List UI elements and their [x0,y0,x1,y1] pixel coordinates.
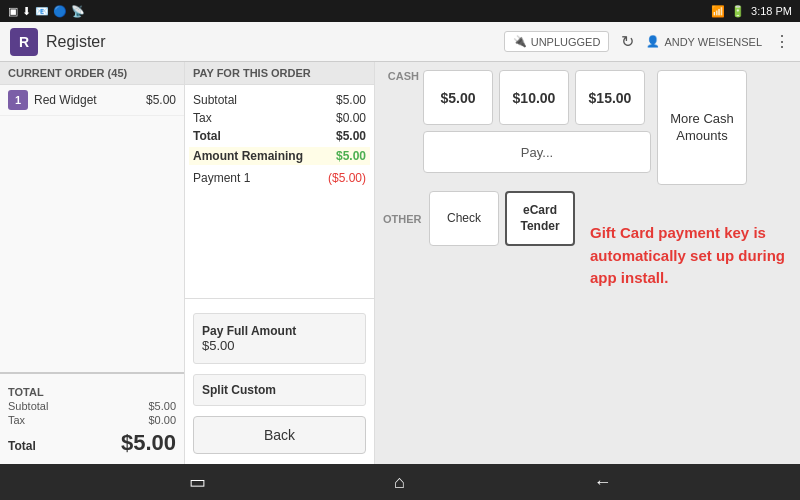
plug-icon: 🔌 [513,35,527,48]
total-amount: $5.00 [121,430,176,456]
wifi-icon: 📶 [711,5,725,18]
pay-subtotal-val: $5.00 [336,93,366,107]
pay-exact-button[interactable]: Pay... [423,131,651,173]
current-order-header: CURRENT ORDER (45) [0,62,184,85]
status-bar: ▣ ⬇ 📧 🔵 📡 📶 🔋 3:18 PM [0,0,800,22]
annotation-text: Gift Card payment key is automatically s… [590,222,790,290]
icon1: ▣ [8,5,18,18]
main-content: CURRENT ORDER (45) 1 Red Widget $5.00 TO… [0,62,800,464]
order-item: 1 Red Widget $5.00 [0,85,184,116]
pay-total-val: $5.00 [336,129,366,143]
status-icons-left: ▣ ⬇ 📧 🔵 📡 [8,5,85,18]
subtotal-label: Subtotal [8,400,48,412]
item-number: 1 [8,90,28,110]
icon4: 🔵 [53,5,67,18]
more-cash-button[interactable]: More Cash Amounts [657,70,747,185]
pay-remaining-row: Amount Remaining $5.00 [189,147,370,165]
pay-subtotal-label: Subtotal [193,93,237,107]
cash-label: CASH [383,70,423,82]
item-price: $5.00 [146,93,176,107]
icon3: 📧 [35,5,49,18]
pay-full-button[interactable]: Pay Full Amount $5.00 [193,313,366,364]
ecard-tender-button[interactable]: eCard Tender [505,191,575,246]
app-title: Register [46,33,504,51]
pay-for-header: PAY FOR THIS ORDER [185,62,374,85]
cash-10-button[interactable]: $10.00 [499,70,569,125]
other-label: OTHER [383,213,423,225]
cash-section: CASH $5.00 $10.00 $15.00 Pay... More Cas… [383,70,792,185]
payment-value: ($5.00) [328,171,366,185]
payment-label: Payment 1 [193,171,250,185]
app-logo: R [10,28,38,56]
totals-header: TOTAL [8,382,176,400]
tax-row: Tax $0.00 [8,414,176,426]
back-button-container: Back [193,416,366,454]
pay-exact-row: Pay... [423,131,651,173]
payment-entry: Payment 1 ($5.00) [193,169,366,187]
tax-value: $0.00 [148,414,176,426]
nav-home-icon[interactable]: ⌂ [394,472,405,493]
unplugged-button[interactable]: 🔌 UNPLUGGED [504,31,610,52]
nav-back-icon[interactable]: ← [593,472,611,493]
time-display: 3:18 PM [751,5,792,17]
mid-panel: PAY FOR THIS ORDER Subtotal $5.00 Tax $0… [185,62,375,464]
pay-tax-val: $0.00 [336,111,366,125]
subtotal-value: $5.00 [148,400,176,412]
tax-label: Tax [8,414,25,426]
total-big-row: Total $5.00 [8,430,176,456]
user-button[interactable]: 👤 ANDY WEISENSEL [646,35,762,48]
icon5: 📡 [71,5,85,18]
more-options-button[interactable]: ⋮ [774,32,790,51]
app-bar-actions: 🔌 UNPLUGGED ↻ 👤 ANDY WEISENSEL ⋮ [504,31,790,52]
total-section: TOTAL Subtotal $5.00 Tax $0.00 Total $5.… [0,372,184,464]
item-name: Red Widget [34,93,146,107]
nav-recents-icon[interactable]: ▭ [189,471,206,493]
pay-total-label: Total [193,129,221,143]
refresh-button[interactable]: ↻ [621,32,634,51]
user-icon: 👤 [646,35,660,48]
check-button[interactable]: Check [429,191,499,246]
status-icons-right: 📶 🔋 3:18 PM [711,5,792,18]
right-panel: CASH $5.00 $10.00 $15.00 Pay... More Cas… [375,62,800,464]
cash-15-button[interactable]: $15.00 [575,70,645,125]
left-panel: CURRENT ORDER (45) 1 Red Widget $5.00 TO… [0,62,185,464]
pay-remaining-val: $5.00 [336,149,366,163]
subtotal-row: Subtotal $5.00 [8,400,176,412]
divider-1 [185,298,374,299]
cash-5-button[interactable]: $5.00 [423,70,493,125]
total-label: Total [8,439,36,453]
pay-total-row: Total $5.00 [193,129,366,143]
split-custom-button[interactable]: Split Custom [193,374,366,406]
pay-tax-label: Tax [193,111,212,125]
icon2: ⬇ [22,5,31,18]
back-button[interactable]: Back [193,416,366,454]
battery-icon: 🔋 [731,5,745,18]
app-bar: R Register 🔌 UNPLUGGED ↻ 👤 ANDY WEISENSE… [0,22,800,62]
order-items-list: 1 Red Widget $5.00 [0,85,184,372]
pay-full-label: Pay Full Amount [202,324,357,338]
pay-remaining-label: Amount Remaining [193,149,303,163]
logo-text: R [19,34,29,50]
pay-table: Subtotal $5.00 Tax $0.00 Total $5.00 Amo… [185,85,374,290]
pay-tax-row: Tax $0.00 [193,111,366,125]
pay-full-amount: $5.00 [202,338,357,353]
pay-subtotal-row: Subtotal $5.00 [193,93,366,107]
nav-bar: ▭ ⌂ ← [0,464,800,500]
cash-buttons-row: $5.00 $10.00 $15.00 [423,70,651,125]
cash-buttons-group: $5.00 $10.00 $15.00 Pay... [423,70,651,173]
